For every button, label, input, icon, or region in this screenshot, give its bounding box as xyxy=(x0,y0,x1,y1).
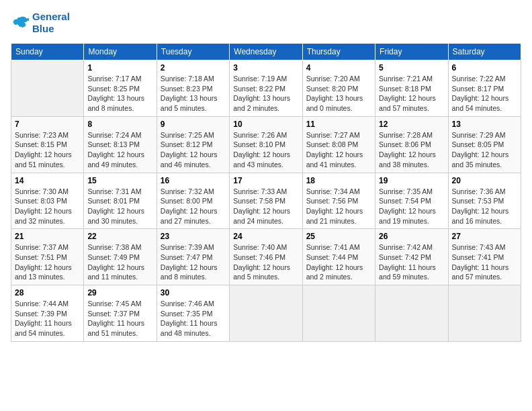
day-info: Sunrise: 7:31 AMSunset: 8:01 PMDaylight:… xyxy=(87,187,152,226)
calendar-cell: 16Sunrise: 7:32 AMSunset: 8:00 PMDayligh… xyxy=(157,173,229,229)
day-info: Sunrise: 7:37 AMSunset: 7:51 PMDaylight:… xyxy=(15,242,80,282)
day-info: Sunrise: 7:39 AMSunset: 7:47 PMDaylight:… xyxy=(161,242,226,282)
calendar-cell: 1Sunrise: 7:17 AMSunset: 8:25 PMDaylight… xyxy=(84,60,157,117)
calendar-cell xyxy=(302,285,375,342)
calendar-week-row: 7Sunrise: 7:23 AMSunset: 8:15 PMDaylight… xyxy=(11,116,521,173)
day-info: Sunrise: 7:27 AMSunset: 8:08 PMDaylight:… xyxy=(306,130,371,170)
day-number: 24 xyxy=(233,232,298,241)
day-info: Sunrise: 7:26 AMSunset: 8:10 PMDaylight:… xyxy=(233,130,298,170)
day-info: Sunrise: 7:30 AMSunset: 8:03 PMDaylight:… xyxy=(15,187,80,226)
calendar-cell: 11Sunrise: 7:27 AMSunset: 8:08 PMDayligh… xyxy=(302,116,375,173)
day-info: Sunrise: 7:44 AMSunset: 7:39 PMDaylight:… xyxy=(15,299,80,338)
calendar-cell: 29Sunrise: 7:45 AMSunset: 7:37 PMDayligh… xyxy=(84,285,157,342)
header-friday: Friday xyxy=(375,44,448,60)
day-number: 8 xyxy=(87,120,152,129)
calendar-cell: 23Sunrise: 7:39 AMSunset: 7:47 PMDayligh… xyxy=(157,229,229,285)
day-info: Sunrise: 7:38 AMSunset: 7:49 PMDaylight:… xyxy=(87,242,152,282)
calendar-week-row: 28Sunrise: 7:44 AMSunset: 7:39 PMDayligh… xyxy=(11,285,521,342)
page-header: General Blue xyxy=(11,11,521,35)
calendar-cell: 14Sunrise: 7:30 AMSunset: 8:03 PMDayligh… xyxy=(11,173,84,229)
day-number: 1 xyxy=(87,63,152,73)
calendar-cell: 10Sunrise: 7:26 AMSunset: 8:10 PMDayligh… xyxy=(230,116,302,173)
calendar-cell xyxy=(11,60,84,117)
day-info: Sunrise: 7:21 AMSunset: 8:18 PMDaylight:… xyxy=(379,74,444,113)
day-number: 22 xyxy=(87,232,152,241)
logo: General Blue xyxy=(11,11,70,35)
header-wednesday: Wednesday xyxy=(230,44,302,60)
day-number: 13 xyxy=(452,120,517,129)
calendar-cell: 5Sunrise: 7:21 AMSunset: 8:18 PMDaylight… xyxy=(375,60,448,117)
calendar-cell xyxy=(230,285,302,342)
calendar-cell: 3Sunrise: 7:19 AMSunset: 8:22 PMDaylight… xyxy=(230,60,302,117)
calendar-cell: 4Sunrise: 7:20 AMSunset: 8:20 PMDaylight… xyxy=(302,60,375,117)
calendar-cell: 8Sunrise: 7:24 AMSunset: 8:13 PMDaylight… xyxy=(84,116,157,173)
day-info: Sunrise: 7:45 AMSunset: 7:37 PMDaylight:… xyxy=(87,299,152,338)
calendar-cell: 20Sunrise: 7:36 AMSunset: 7:53 PMDayligh… xyxy=(448,173,521,229)
day-info: Sunrise: 7:43 AMSunset: 7:41 PMDaylight:… xyxy=(452,242,517,282)
calendar-cell: 22Sunrise: 7:38 AMSunset: 7:49 PMDayligh… xyxy=(84,229,157,285)
calendar-cell: 2Sunrise: 7:18 AMSunset: 8:23 PMDaylight… xyxy=(157,60,229,117)
day-info: Sunrise: 7:17 AMSunset: 8:25 PMDaylight:… xyxy=(87,74,152,113)
day-number: 23 xyxy=(161,232,226,241)
logo-bird-icon xyxy=(11,15,30,31)
day-info: Sunrise: 7:34 AMSunset: 7:56 PMDaylight:… xyxy=(306,187,371,226)
day-info: Sunrise: 7:42 AMSunset: 7:42 PMDaylight:… xyxy=(379,242,444,282)
day-number: 5 xyxy=(379,63,444,73)
calendar-cell: 21Sunrise: 7:37 AMSunset: 7:51 PMDayligh… xyxy=(11,229,84,285)
calendar-cell: 17Sunrise: 7:33 AMSunset: 7:58 PMDayligh… xyxy=(230,173,302,229)
day-info: Sunrise: 7:25 AMSunset: 8:12 PMDaylight:… xyxy=(161,130,226,170)
calendar-cell xyxy=(448,285,521,342)
day-number: 17 xyxy=(233,176,298,185)
calendar-cell: 6Sunrise: 7:22 AMSunset: 8:17 PMDaylight… xyxy=(448,60,521,117)
day-info: Sunrise: 7:29 AMSunset: 8:05 PMDaylight:… xyxy=(452,130,517,170)
calendar-week-row: 14Sunrise: 7:30 AMSunset: 8:03 PMDayligh… xyxy=(11,173,521,229)
day-info: Sunrise: 7:41 AMSunset: 7:44 PMDaylight:… xyxy=(306,242,371,282)
calendar-cell: 27Sunrise: 7:43 AMSunset: 7:41 PMDayligh… xyxy=(448,229,521,285)
day-info: Sunrise: 7:36 AMSunset: 7:53 PMDaylight:… xyxy=(452,187,517,226)
day-info: Sunrise: 7:46 AMSunset: 7:35 PMDaylight:… xyxy=(161,299,226,338)
calendar-week-row: 1Sunrise: 7:17 AMSunset: 8:25 PMDaylight… xyxy=(11,60,521,117)
day-number: 21 xyxy=(15,232,80,241)
header-sunday: Sunday xyxy=(11,44,84,60)
calendar-cell: 24Sunrise: 7:40 AMSunset: 7:46 PMDayligh… xyxy=(230,229,302,285)
calendar-cell: 13Sunrise: 7:29 AMSunset: 8:05 PMDayligh… xyxy=(448,116,521,173)
calendar-cell: 28Sunrise: 7:44 AMSunset: 7:39 PMDayligh… xyxy=(11,285,84,342)
header-thursday: Thursday xyxy=(302,44,375,60)
day-info: Sunrise: 7:18 AMSunset: 8:23 PMDaylight:… xyxy=(161,74,226,113)
day-number: 10 xyxy=(233,120,298,129)
day-info: Sunrise: 7:22 AMSunset: 8:17 PMDaylight:… xyxy=(452,74,517,113)
day-info: Sunrise: 7:35 AMSunset: 7:54 PMDaylight:… xyxy=(379,187,444,226)
day-number: 16 xyxy=(161,176,226,185)
calendar-cell: 7Sunrise: 7:23 AMSunset: 8:15 PMDaylight… xyxy=(11,116,84,173)
day-number: 18 xyxy=(306,176,371,185)
day-number: 11 xyxy=(306,120,371,129)
calendar-cell: 19Sunrise: 7:35 AMSunset: 7:54 PMDayligh… xyxy=(375,173,448,229)
day-number: 19 xyxy=(379,176,444,185)
day-number: 12 xyxy=(379,120,444,129)
day-info: Sunrise: 7:19 AMSunset: 8:22 PMDaylight:… xyxy=(233,74,298,113)
day-number: 29 xyxy=(87,288,152,298)
day-info: Sunrise: 7:40 AMSunset: 7:46 PMDaylight:… xyxy=(233,242,298,282)
day-number: 20 xyxy=(452,176,517,185)
calendar-header-row: SundayMondayTuesdayWednesdayThursdayFrid… xyxy=(11,44,521,60)
day-number: 3 xyxy=(233,63,298,73)
day-number: 2 xyxy=(161,63,226,73)
day-number: 30 xyxy=(161,288,226,298)
day-number: 15 xyxy=(87,176,152,185)
header-monday: Monday xyxy=(84,44,157,60)
header-tuesday: Tuesday xyxy=(157,44,229,60)
day-info: Sunrise: 7:32 AMSunset: 8:00 PMDaylight:… xyxy=(161,187,226,226)
calendar-cell: 25Sunrise: 7:41 AMSunset: 7:44 PMDayligh… xyxy=(302,229,375,285)
day-info: Sunrise: 7:23 AMSunset: 8:15 PMDaylight:… xyxy=(15,130,80,170)
calendar-cell: 26Sunrise: 7:42 AMSunset: 7:42 PMDayligh… xyxy=(375,229,448,285)
day-number: 27 xyxy=(452,232,517,241)
calendar-week-row: 21Sunrise: 7:37 AMSunset: 7:51 PMDayligh… xyxy=(11,229,521,285)
calendar-cell: 18Sunrise: 7:34 AMSunset: 7:56 PMDayligh… xyxy=(302,173,375,229)
day-number: 28 xyxy=(15,288,80,298)
day-number: 6 xyxy=(452,63,517,73)
day-info: Sunrise: 7:24 AMSunset: 8:13 PMDaylight:… xyxy=(87,130,152,170)
day-info: Sunrise: 7:20 AMSunset: 8:20 PMDaylight:… xyxy=(306,74,371,113)
day-number: 9 xyxy=(161,120,226,129)
calendar-cell xyxy=(375,285,448,342)
day-number: 7 xyxy=(15,120,80,129)
